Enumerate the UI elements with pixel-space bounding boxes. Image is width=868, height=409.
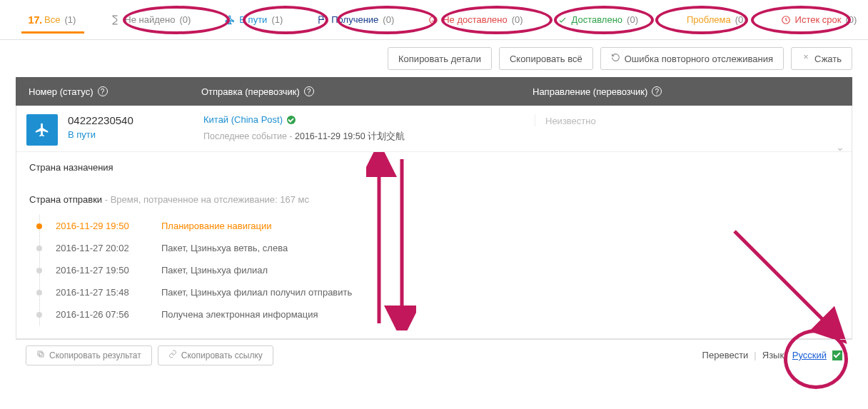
- event-text: Пакет, Цзиньхуа филиал: [161, 265, 268, 276]
- last-event-value: 2016-11-29 19:50 计划交航: [295, 131, 405, 141]
- tab-count: (0): [179, 14, 191, 25]
- event-text: Планирование навигации: [161, 221, 272, 231]
- help-icon[interactable]: ?: [98, 86, 108, 96]
- origin-country-heading-row: Страна отправки - Время, потраченное на …: [29, 194, 839, 205]
- copy-link-label: Скопировать ссылку: [181, 350, 263, 360]
- check-icon: [287, 116, 296, 124]
- tab-label: В пути: [239, 14, 267, 25]
- last-event: Последнее событие - 2016-11-29 19:50 计划交…: [203, 131, 535, 143]
- refresh-icon: [611, 53, 620, 64]
- event-row: 2016-11-27 15:48Пакет, Цзиньхуа филиал п…: [40, 281, 839, 303]
- tab-exception[interactable]: Проблема(0): [664, 0, 755, 39]
- retrack-error-button[interactable]: Ошибка повторного отслеживания: [600, 47, 784, 70]
- status-badge-intransit: [26, 114, 58, 146]
- col-number-status-label: Номер (статус): [29, 86, 94, 97]
- origin-carrier-block: Китай (China Post) Последнее событие - 2…: [199, 114, 535, 143]
- tracking-time-spent: - Время, потраченное на отслеживание: 16…: [105, 194, 309, 205]
- col-shipping-carrier-label: Отправка (перевозчик): [201, 86, 300, 97]
- plane-icon: [225, 15, 235, 25]
- tab-intransit[interactable]: В пути(1): [216, 0, 291, 39]
- collapse-button[interactable]: Сжать: [791, 47, 852, 70]
- event-timestamp: 2016-11-27 19:50: [56, 265, 148, 276]
- flag-icon: [317, 15, 327, 25]
- event-timestamp: 2016-11-27 15:48: [56, 287, 148, 298]
- event-timestamp: 2016-11-26 07:56: [56, 309, 148, 320]
- event-timestamp: 2016-11-27 20:02: [56, 243, 148, 253]
- tab-label: Доставлено: [572, 14, 623, 25]
- check-icon: [557, 15, 567, 25]
- tab-count: (0): [512, 14, 523, 25]
- copy-result-label: Скопировать результат: [49, 350, 141, 360]
- tracking-details: Страна назначения Страна отправки - Врем…: [16, 152, 852, 338]
- last-event-label: Последнее событие -: [203, 131, 293, 141]
- tab-count: (0): [735, 14, 747, 25]
- collapse-icon: [802, 54, 810, 64]
- hourglass-icon: [110, 15, 120, 25]
- tab-count: (0): [627, 14, 638, 25]
- tracking-status-text: В пути: [68, 129, 199, 140]
- destination-value: Неизвестно: [545, 116, 596, 126]
- copy-link-button[interactable]: Скопировать ссылку: [158, 345, 273, 365]
- event-row: 2016-11-26 07:56Получена электронная инф…: [40, 303, 839, 325]
- tab-label: Все: [44, 14, 60, 25]
- origin-carrier-label: Китай (China Post): [203, 114, 283, 125]
- copy-details-label: Копировать детали: [398, 54, 481, 64]
- help-icon[interactable]: ?: [652, 86, 662, 96]
- svg-rect-5: [39, 353, 44, 357]
- event-row: 2016-11-27 19:50Пакет, Цзиньхуа филиал: [40, 259, 839, 281]
- language-block: Перевести | Язык: Русский: [702, 350, 842, 360]
- collapse-label: Сжать: [814, 54, 842, 64]
- tab-delivered[interactable]: Доставлено(0): [549, 0, 647, 39]
- clock-icon: [781, 15, 791, 25]
- event-row: 2016-11-27 20:02Пакет, Цзиньхуа ветвь, с…: [40, 237, 839, 259]
- language-link[interactable]: Русский: [792, 350, 827, 360]
- tracking-number-block: 04222230540 В пути: [68, 114, 199, 140]
- translate-label: Перевести: [702, 350, 749, 360]
- language-label: Язык:: [762, 350, 787, 360]
- tab-expired[interactable]: Истек срок(0): [772, 0, 866, 39]
- link-icon: [168, 350, 177, 360]
- tab-label: Не найдено: [124, 14, 175, 25]
- copy-all-label: Скопировать всё: [510, 54, 582, 64]
- tab-label: Получение: [331, 14, 378, 25]
- tab-pickup[interactable]: Получение(0): [308, 0, 403, 39]
- col-destination-carrier: Направление (перевозчик) ?: [533, 86, 839, 97]
- collapse-toggle[interactable]: ⌄: [836, 141, 844, 153]
- tab-count: (0): [383, 14, 394, 25]
- tab-undelivered[interactable]: Не доставлено(0): [420, 0, 531, 39]
- copy-result-button[interactable]: Скопировать результат: [26, 345, 152, 365]
- col-destination-carrier-label: Направление (перевозчик): [533, 86, 647, 97]
- event-text: Пакет, Цзиньхуа филиал получил отправить: [161, 287, 352, 298]
- origin-country-heading: Страна отправки: [29, 194, 102, 205]
- help-icon[interactable]: ?: [304, 86, 314, 96]
- retrack-error-label: Ошибка повторного отслеживания: [625, 54, 773, 64]
- col-number-status: Номер (статус) ?: [29, 86, 201, 97]
- warn-icon: [672, 15, 682, 25]
- tab-count: (1): [271, 14, 283, 25]
- table-header: Номер (статус) ? Отправка (перевозчик) ?…: [16, 77, 852, 106]
- tracking-summary-row[interactable]: 04222230540 В пути Китай (China Post) По…: [16, 106, 852, 152]
- translate-link[interactable]: Перевести: [702, 350, 749, 360]
- tab-notfound[interactable]: Не найдено(0): [101, 0, 199, 39]
- tab-all[interactable]: 17.Все(1): [21, 0, 84, 39]
- sad-icon: [428, 15, 438, 25]
- event-text: Получена электронная информация: [161, 309, 318, 320]
- bulk-actions: Копировать детали Скопировать всё Ошибка…: [0, 40, 868, 77]
- tab-count: (0): [845, 14, 857, 25]
- language-value: Русский: [792, 350, 827, 360]
- plane-icon: [34, 122, 50, 138]
- copy-all-button[interactable]: Скопировать всё: [499, 47, 593, 70]
- logo17-icon: 17.: [30, 15, 40, 25]
- check-icon: [832, 350, 842, 360]
- copy-details-button[interactable]: Копировать детали: [388, 47, 492, 70]
- tab-label: Проблема: [687, 14, 731, 25]
- tab-label: Не доставлено: [443, 14, 507, 25]
- event-text: Пакет, Цзиньхуа ветвь, слева: [161, 243, 288, 253]
- tab-label: Истек срок: [795, 14, 842, 25]
- card-footer: Скопировать результат Скопировать ссылку…: [16, 339, 852, 370]
- origin-carrier[interactable]: Китай (China Post): [203, 114, 296, 125]
- dest-country-heading: Страна назначения: [29, 162, 839, 173]
- event-timestamp: 2016-11-29 19:50: [56, 221, 148, 231]
- event-timeline: 2016-11-29 19:50Планирование навигации20…: [39, 215, 839, 325]
- event-row: 2016-11-29 19:50Планирование навигации: [40, 215, 839, 237]
